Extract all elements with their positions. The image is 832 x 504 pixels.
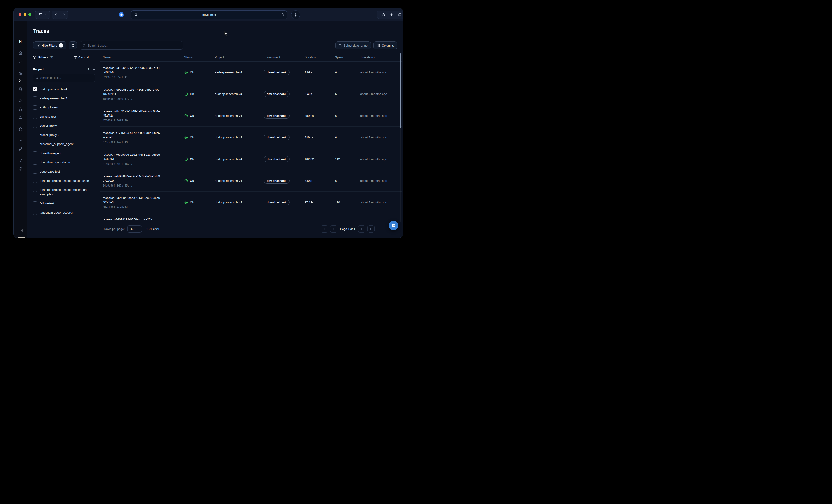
- close-window-button[interactable]: [19, 13, 22, 16]
- sidebar-item-sessions[interactable]: [18, 71, 23, 76]
- date-range-button[interactable]: Select date range: [335, 41, 371, 50]
- column-header-environment[interactable]: Environment: [264, 54, 305, 59]
- checkbox[interactable]: [33, 161, 37, 165]
- table-row[interactable]: research-3fcb2172-1848-4a85-9caf-c9b4e45…: [100, 105, 402, 127]
- row-range-text: 1-21 of 21: [146, 227, 160, 230]
- website-settings-button[interactable]: [291, 10, 300, 19]
- project-option[interactable]: cursor-proxy-2: [33, 133, 96, 137]
- sidebar-item-api-keys[interactable]: [18, 159, 23, 163]
- sidebar-item-traces[interactable]: [18, 79, 23, 84]
- expand-sidebar-button[interactable]: [18, 228, 23, 232]
- project-option[interactable]: anthropic-test: [33, 105, 96, 110]
- table-row-partial[interactable]: research-3d678299-0358-4c1c-a2f4-: [100, 214, 402, 224]
- sidebar-item-experiments[interactable]: [18, 147, 23, 151]
- column-header-duration[interactable]: Duration: [305, 54, 335, 59]
- status-label: Ok: [190, 136, 194, 139]
- search-traces-input[interactable]: [87, 44, 180, 48]
- checkbox[interactable]: [33, 179, 37, 183]
- spans-cell: 6: [335, 92, 360, 96]
- address-text: noveum.ai: [138, 13, 281, 17]
- project-section-header[interactable]: Project 1: [33, 67, 96, 71]
- content-blocker-extension-button[interactable]: [117, 10, 125, 19]
- table-row[interactable]: research-76c05bde-159a-4f4f-851c-adb6955…: [100, 148, 402, 170]
- sidebar-item-playground[interactable]: [18, 138, 23, 143]
- project-option[interactable]: ✓ai-deep-research-v4: [33, 87, 96, 91]
- search-traces-field[interactable]: [80, 41, 183, 50]
- column-header-project[interactable]: Project: [215, 54, 264, 59]
- sidebar-item-home[interactable]: [18, 51, 23, 55]
- collapse-filters-button[interactable]: [93, 56, 96, 59]
- tab-overview-icon[interactable]: [398, 13, 401, 17]
- search-project-field[interactable]: [33, 74, 96, 82]
- rows-per-page-select[interactable]: 50: [127, 225, 142, 232]
- columns-button[interactable]: Columns: [373, 41, 397, 50]
- forward-button[interactable]: [60, 13, 68, 17]
- column-header-timestamp[interactable]: Timestamp: [360, 54, 402, 59]
- clear-all-button[interactable]: Clear all: [74, 56, 89, 59]
- reload-button[interactable]: [281, 13, 284, 17]
- share-icon[interactable]: [382, 13, 385, 17]
- table-row[interactable]: research-ef498884-e42c-44c3-afa6-e1d89a7…: [100, 170, 402, 192]
- reader-view-icon[interactable]: [134, 13, 138, 17]
- sidebar-item-deployments[interactable]: [18, 115, 23, 119]
- project-option[interactable]: langchain-deep-research: [33, 211, 96, 215]
- column-header-spans[interactable]: Spans: [335, 54, 360, 59]
- last-page-button[interactable]: [367, 225, 374, 232]
- table-scrollbar-thumb[interactable]: [400, 53, 401, 128]
- chat-widget-button[interactable]: [389, 221, 398, 230]
- project-option[interactable]: example-project-testing-basic-usage: [33, 178, 96, 183]
- column-header-status[interactable]: Status: [184, 54, 215, 59]
- first-page-button[interactable]: [321, 225, 328, 232]
- back-button[interactable]: [52, 13, 60, 17]
- project-option[interactable]: cursor-proxy: [33, 123, 96, 128]
- search-project-input[interactable]: [40, 76, 93, 80]
- sidebar-item-settings[interactable]: [18, 167, 23, 171]
- table-row[interactable]: research-c4745b6e-c179-44f9-83da-8f3c67c…: [100, 127, 402, 148]
- checkbox-checked[interactable]: ✓: [33, 87, 37, 91]
- project-option[interactable]: example-project-testing-multimodal-examp…: [33, 188, 96, 196]
- previous-page-button[interactable]: [330, 225, 337, 232]
- sidebar-toggle-button[interactable]: [35, 10, 50, 19]
- check-circle-icon: [184, 179, 188, 183]
- refresh-button[interactable]: [69, 41, 77, 50]
- project-option[interactable]: ai-deep-research-v5: [33, 96, 96, 101]
- project-option[interactable]: drive-thru-agent-demo: [33, 160, 96, 165]
- hide-filters-button[interactable]: Hide Filters 1: [33, 41, 67, 50]
- project-option[interactable]: customer_support_agent: [33, 142, 96, 146]
- table-row[interactable]: research-2d2f30f2-ceec-4550-9ee9-3e5a040…: [100, 192, 402, 214]
- chevron-down-icon: [44, 13, 47, 16]
- checkbox[interactable]: [33, 124, 37, 128]
- project-option[interactable]: edge-case-test: [33, 169, 96, 174]
- app-logo[interactable]: N: [14, 39, 27, 44]
- project-option[interactable]: failure-test: [33, 201, 96, 206]
- column-header-name[interactable]: Name: [103, 54, 184, 59]
- sidebar-item-code[interactable]: [18, 59, 23, 64]
- checkbox[interactable]: [33, 170, 37, 174]
- sidebar-item-batches[interactable]: [18, 107, 23, 111]
- checkbox[interactable]: [33, 115, 37, 119]
- main-content: Traces Hide Filters 1 Select: [27, 21, 403, 237]
- checkbox[interactable]: [33, 188, 37, 192]
- hand-blocker-icon: [118, 12, 124, 18]
- checkbox[interactable]: [33, 133, 37, 137]
- next-page-button[interactable]: [358, 225, 365, 232]
- project-option[interactable]: call-site-test: [33, 114, 96, 119]
- sidebar-item-datasets[interactable]: [18, 87, 23, 91]
- checkbox[interactable]: [33, 211, 37, 215]
- sidebar-item-models[interactable]: [18, 99, 23, 103]
- user-avatar[interactable]: [18, 237, 26, 238]
- checkbox[interactable]: [33, 106, 37, 110]
- check-circle-icon: [184, 92, 188, 96]
- new-tab-icon[interactable]: [390, 13, 393, 17]
- checkbox[interactable]: [33, 96, 37, 101]
- checkbox[interactable]: [33, 142, 37, 146]
- table-row[interactable]: research-0d16d236-6452-44a5-8236-b1f8ed0…: [100, 62, 402, 83]
- checkbox[interactable]: [33, 201, 37, 205]
- checkbox[interactable]: [33, 151, 37, 156]
- zoom-window-button[interactable]: [28, 13, 31, 16]
- sidebar-item-favorites[interactable]: [18, 127, 23, 131]
- table-row[interactable]: research-f991b03a-1c67-4108-b4b2-57b01a7…: [100, 83, 402, 105]
- address-bar[interactable]: noveum.ai: [131, 10, 287, 19]
- minimize-window-button[interactable]: [24, 13, 26, 16]
- project-option[interactable]: drive-thru-agent: [33, 151, 96, 156]
